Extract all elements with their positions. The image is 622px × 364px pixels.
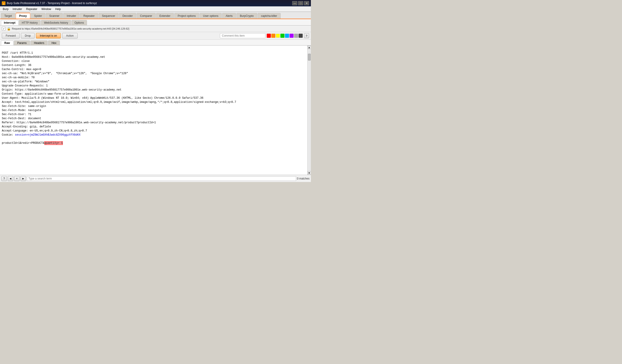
- tab-proxy[interactable]: Proxy: [16, 13, 30, 19]
- burp-icon: 🔥: [2, 1, 5, 5]
- request-blank-line: [2, 137, 3, 141]
- viewtab-raw[interactable]: Raw: [1, 40, 13, 45]
- minimize-button[interactable]: —: [292, 1, 297, 5]
- tab-sequencer[interactable]: Sequencer: [98, 13, 118, 19]
- matches-count: 0 matches: [297, 177, 310, 180]
- request-line-4: Content-Length: 36: [2, 64, 31, 67]
- subtab-http-history[interactable]: HTTP history: [19, 20, 41, 25]
- request-line-8: sec-ch-ua-platform: “Windows”: [2, 80, 49, 83]
- vertical-scrollbar[interactable]: ▲ ▼: [307, 45, 311, 175]
- request-line-11: Content-Type: application/x-www-form-url…: [2, 92, 79, 96]
- tab-target[interactable]: Target: [1, 13, 15, 19]
- scroll-thumb[interactable]: [308, 54, 311, 60]
- viewtab-headers[interactable]: Headers: [31, 40, 48, 45]
- intercept-checkbox[interactable]: ✓: [2, 27, 5, 31]
- request-line-1: POST /cart HTTP/1.1: [2, 51, 33, 55]
- title-bar: 🔥 Burp Suite Professional v1.7.37 - Temp…: [0, 0, 311, 6]
- tab-spider[interactable]: Spider: [31, 13, 45, 19]
- request-line-21: Cookie: session=njmZ0WJlmGXhBJwdc8ZX96gg…: [2, 133, 80, 136]
- close-button[interactable]: ✕: [304, 1, 309, 5]
- request-line-19: Accept-Encoding: gzip, deflate: [2, 125, 51, 128]
- tab-repeater[interactable]: Repeater: [80, 13, 98, 19]
- request-line-10: Origin: https://0a4e004c040be956817757e9…: [2, 88, 121, 92]
- menu-intruder[interactable]: Intruder: [11, 7, 24, 11]
- request-line-3: Connection: close: [2, 60, 30, 63]
- menu-repeater[interactable]: Repeater: [24, 7, 39, 11]
- sub-tab-bar: Intercept HTTP history WebSockets histor…: [0, 19, 311, 25]
- menu-burp[interactable]: Burp: [1, 7, 10, 11]
- comment-input[interactable]: [220, 33, 265, 38]
- tab-burpcrypto[interactable]: BurpCrypto: [236, 13, 257, 19]
- color-purple[interactable]: [290, 34, 293, 38]
- color-blue[interactable]: [285, 34, 289, 38]
- viewtab-params[interactable]: Params: [14, 40, 30, 45]
- tab-alerts[interactable]: Alerts: [222, 13, 236, 19]
- request-content[interactable]: POST /cart HTTP/1.1 Host: 0a4e004c040be9…: [0, 45, 311, 175]
- menu-help[interactable]: Help: [54, 7, 63, 11]
- request-content-wrapper: POST /cart HTTP/1.1 Host: 0a4e004c040be9…: [0, 45, 311, 175]
- request-line-17: Sec-Fetch-Dest: document: [2, 117, 41, 120]
- bottom-bar: ? ◄ + ► 0 matches: [0, 175, 311, 182]
- request-line-15: Sec-Fetch-Mode: navigate: [2, 109, 41, 112]
- intercept-info-bar: ✓ 🔒 Request to https://0a4e004c040be9568…: [0, 25, 311, 32]
- tab-project-options[interactable]: Project options: [174, 13, 199, 19]
- request-line-12: User-Agent: Mozilla/5.0 (Windows NT 10.0…: [2, 96, 203, 100]
- request-line-14: Sec-Fetch-Site: same-origin: [2, 105, 46, 108]
- tab-intruder[interactable]: Intruder: [63, 13, 79, 19]
- main-tab-bar: Target Proxy Spider Scanner Intruder Rep…: [0, 12, 311, 19]
- tab-scanner[interactable]: Scanner: [46, 13, 63, 19]
- add-button[interactable]: +: [14, 176, 19, 181]
- drop-button[interactable]: Drop: [21, 33, 35, 38]
- request-params-line: productId=1&redir=PRODUCT&quantity=-1: [2, 141, 63, 145]
- subtab-websockets-history[interactable]: WebSockets history: [41, 20, 71, 25]
- scroll-up-arrow[interactable]: ▲: [308, 45, 311, 49]
- viewtab-hex[interactable]: Hex: [48, 40, 60, 45]
- action-button[interactable]: Action: [62, 33, 78, 38]
- color-squares-container: [267, 34, 303, 38]
- view-tabs: Raw Params Headers Hex: [0, 39, 311, 45]
- menu-window[interactable]: Window: [39, 7, 53, 11]
- request-line-20: Accept-Language: en-US,en;q=0.9,zh-CN;q=…: [2, 129, 87, 133]
- color-red[interactable]: [267, 34, 271, 38]
- tab-user-options[interactable]: User options: [200, 13, 222, 19]
- maximize-button[interactable]: □: [298, 1, 303, 5]
- color-yellow[interactable]: [276, 34, 280, 38]
- intercept-url: Request to https://0a4e004c040be95681775…: [12, 27, 309, 30]
- request-line-5: Cache-Control: max-age=0: [2, 68, 41, 71]
- color-orange[interactable]: [271, 34, 275, 38]
- color-dark[interactable]: [299, 34, 303, 38]
- prev-button[interactable]: ◄: [8, 176, 13, 181]
- request-line-2: Host: 0a4e004c040be956817757e900a1001e.w…: [2, 56, 105, 59]
- forward-button[interactable]: Forward: [2, 33, 19, 38]
- cookie-value: session=njmZ0WJlmGXhBJwdc8ZX96ggzXfX8dKX: [15, 133, 80, 136]
- help-small-button[interactable]: ?: [1, 176, 7, 181]
- tab-decoder[interactable]: Decoder: [119, 13, 136, 19]
- request-line-16: Sec-Fetch-User: ?1: [2, 113, 31, 116]
- color-green[interactable]: [280, 34, 285, 38]
- tab-comparer[interactable]: Comparer: [136, 13, 156, 19]
- request-line-6: sec-ch-ua: “Not/A)Brand”;v=“8”, “Chromiu…: [2, 72, 128, 75]
- request-line-18: Referer: https://0a4e004c040be956817757e…: [2, 121, 156, 124]
- request-line-9: Upgrade-Insecure-Requests: 1: [2, 84, 48, 87]
- menu-bar: Burp Intruder Repeater Window Help: [0, 6, 311, 12]
- title-bar-left: 🔥 Burp Suite Professional v1.7.37 - Temp…: [2, 1, 97, 5]
- tab-extender[interactable]: Extender: [156, 13, 174, 19]
- window-title: Burp Suite Professional v1.7.37 - Tempor…: [7, 1, 97, 5]
- main-layout: 🔥 Burp Suite Professional v1.7.37 - Temp…: [0, 0, 311, 182]
- action-toolbar: Forward Drop Intercept is on Action ?: [0, 32, 311, 39]
- request-line-13: Accept: text/html,application/xhtml+xml,…: [2, 100, 236, 104]
- color-gray[interactable]: [294, 34, 298, 38]
- subtab-options[interactable]: Options: [72, 20, 87, 25]
- intercept-toggle-button[interactable]: Intercept is on: [36, 33, 61, 38]
- highlighted-quantity: quantity=-1: [44, 141, 63, 145]
- request-line-7: sec-ch-ua-mobile: ?0: [2, 76, 35, 79]
- search-input[interactable]: [27, 176, 296, 181]
- next-button[interactable]: ►: [20, 176, 26, 181]
- lock-icon: 🔒: [7, 27, 10, 31]
- subtab-intercept[interactable]: Intercept: [1, 20, 19, 25]
- title-bar-controls: — □ ✕: [292, 1, 309, 5]
- scroll-down-arrow[interactable]: ▼: [308, 171, 311, 175]
- tab-captcha-killer[interactable]: captcha-killer: [258, 13, 281, 19]
- help-button[interactable]: ?: [304, 33, 309, 38]
